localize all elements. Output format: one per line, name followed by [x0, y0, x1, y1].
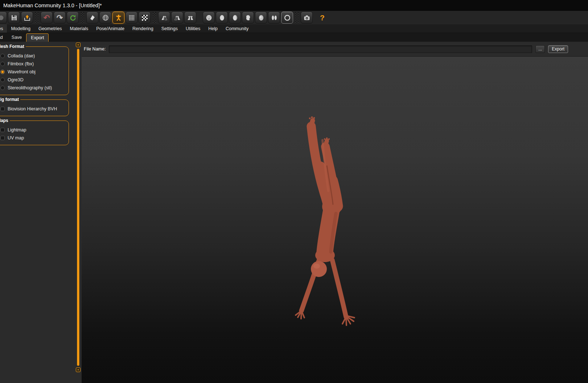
checkbox-lightmap[interactable]: Lightmap [0, 126, 66, 134]
radio-wavefront-obj[interactable]: Wavefront obj [0, 68, 66, 76]
export-options-panel: Mesh Format Collada (dae) Filmbox (fbx) … [0, 42, 75, 383]
radio-collada[interactable]: Collada (dae) [0, 52, 66, 60]
smooth-shading-icon [89, 14, 96, 21]
new-button[interactable] [0, 12, 7, 24]
radio-icon[interactable] [0, 62, 5, 66]
checkbox-icon[interactable] [0, 136, 5, 140]
model-head [311, 261, 327, 277]
wireframe-button[interactable] [99, 12, 111, 24]
ring-icon [284, 14, 291, 21]
option-label: Wavefront obj [8, 69, 36, 74]
toolbar: ↶ ↷ [0, 11, 588, 24]
symmetry-left-to-right-button[interactable] [171, 12, 183, 24]
checkbox-uv-map[interactable]: UV map [0, 134, 66, 142]
checkbox-bvh[interactable]: Biovision Hierarchy BVH [0, 105, 66, 113]
viewport-3d[interactable] [82, 56, 588, 383]
checkbox-icon[interactable] [0, 107, 5, 111]
radio-icon[interactable] [0, 86, 5, 90]
camera-icon [303, 14, 311, 21]
panel-splitter [75, 42, 82, 383]
help-icon: ? [320, 14, 325, 21]
show-pose-button[interactable] [112, 12, 124, 24]
checkbox-icon[interactable] [0, 128, 5, 132]
save-button[interactable] [8, 12, 20, 24]
tab-settings[interactable]: Settings [157, 24, 182, 33]
tab-utilities[interactable]: Utilities [182, 24, 204, 33]
option-label: Lightmap [8, 127, 26, 133]
tab-community[interactable]: Community [222, 24, 252, 33]
toolbar-separator [153, 12, 156, 23]
grab-screenshot-button[interactable] [301, 12, 313, 24]
face-texture-button[interactable] [203, 12, 215, 24]
smiley-face-icon [205, 14, 213, 21]
titlebar: MakeHuman Community 1.3.0 - [Untitled]* [0, 0, 588, 11]
redo-icon: ↷ [57, 14, 63, 21]
head-plain-icon [218, 14, 226, 21]
splitter-collapse-top-handle[interactable] [76, 42, 81, 47]
grid-icon [128, 14, 135, 21]
export-button[interactable]: Export [548, 45, 568, 53]
subtab-save[interactable]: Save [7, 33, 26, 42]
tab-materials[interactable]: Materials [66, 24, 92, 33]
grid-button[interactable] [126, 12, 137, 24]
load-icon [24, 14, 31, 21]
save-icon [11, 14, 18, 21]
splitter-collapse-bottom-handle[interactable] [76, 367, 81, 372]
tab-help[interactable]: Help [204, 24, 222, 33]
splitter-drag-bar[interactable] [77, 49, 79, 366]
radio-icon-checked[interactable] [0, 70, 5, 74]
main-area: File Name: ... Export [82, 42, 588, 383]
symmetry-right-to-left-button[interactable] [158, 12, 170, 24]
load-button[interactable] [21, 12, 33, 24]
group-maps: Maps Lightmap UV map [0, 121, 69, 145]
browse-button[interactable]: ... [535, 45, 545, 53]
group-mesh-format: Mesh Format Collada (dae) Filmbox (fbx) … [0, 46, 69, 95]
subtab-load[interactable]: Load [0, 33, 7, 42]
undo-button[interactable]: ↶ [41, 12, 53, 24]
option-label: Stereolithography (stl) [8, 85, 52, 90]
reload-button[interactable] [67, 12, 79, 24]
smooth-shading-button[interactable] [86, 12, 98, 24]
group-title: Rig format [0, 97, 20, 102]
toolbar-separator [81, 12, 84, 23]
head-shaded-icon [231, 14, 239, 21]
head-solid-button[interactable] [255, 12, 267, 24]
human-model [82, 57, 588, 383]
head-plain-button[interactable] [216, 12, 228, 24]
tab-modelling[interactable]: Modelling [7, 24, 34, 33]
radio-icon[interactable] [0, 78, 5, 82]
window-title: MakeHuman Community 1.3.0 - [Untitled]* [3, 3, 102, 8]
symmetry-left-icon [161, 14, 168, 21]
option-label: Ogre3D [8, 77, 24, 82]
head-shaded-button[interactable] [229, 12, 241, 24]
radio-stereolithography[interactable]: Stereolithography (stl) [0, 84, 66, 92]
texture-button[interactable] [139, 12, 151, 24]
tab-rendering[interactable]: Rendering [128, 24, 157, 33]
symmetry-mirror-button[interactable] [184, 12, 196, 24]
help-button[interactable]: ? [316, 12, 328, 24]
group-rig-format: Rig format Biovision Hierarchy BVH [0, 99, 69, 116]
radio-filmbox[interactable]: Filmbox (fbx) [0, 60, 66, 68]
option-label: Collada (dae) [8, 53, 35, 58]
tab-pose-animate[interactable]: Pose/Animate [92, 24, 128, 33]
option-label: Filmbox (fbx) [8, 61, 34, 66]
tab-files[interactable]: Files [0, 24, 7, 33]
radio-ogre3d[interactable]: Ogre3D [0, 76, 66, 84]
head-profile-button[interactable] [242, 12, 254, 24]
wireframe-icon [102, 14, 109, 21]
pose-figure-icon [115, 14, 122, 21]
file-name-input[interactable] [109, 45, 532, 53]
toolbar-separator [35, 12, 38, 23]
tab-geometries[interactable]: Geometries [34, 24, 66, 33]
feet-button[interactable] [268, 12, 280, 24]
file-name-label: File Name: [84, 46, 106, 52]
subtab-export[interactable]: Export [26, 33, 49, 42]
radio-icon[interactable] [0, 54, 5, 58]
reload-icon [69, 14, 77, 21]
feet-icon [271, 14, 278, 21]
highlight-ring-button[interactable] [281, 12, 293, 24]
symmetry-right-icon [174, 14, 181, 21]
main-tab-bar: Files Modelling Geometries Materials Pos… [0, 24, 588, 33]
redo-button[interactable]: ↷ [54, 12, 66, 24]
makehuman-window: MakeHuman Community 1.3.0 - [Untitled]* … [0, 0, 588, 383]
